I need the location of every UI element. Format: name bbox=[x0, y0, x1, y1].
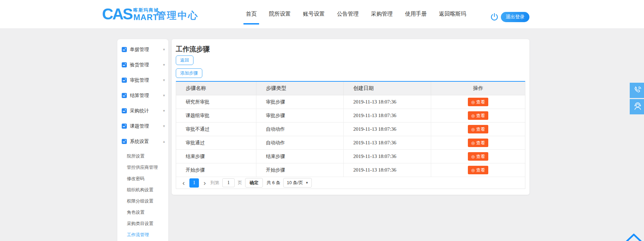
sidebar-subitem-change-password[interactable]: 修改密码 bbox=[127, 173, 168, 184]
chevron-left-icon[interactable]: ‹ bbox=[181, 178, 186, 187]
cell-step-name: 研究所审批 bbox=[176, 95, 256, 109]
contact-float-panel bbox=[630, 83, 644, 114]
add-step-button[interactable]: 添加步骤 bbox=[176, 68, 202, 78]
eye-icon: ◎ bbox=[471, 155, 475, 159]
logout-button[interactable]: 退出登录 bbox=[501, 12, 529, 22]
chevron-right-icon[interactable]: › bbox=[202, 178, 207, 187]
view-button[interactable]: ◎ 查看 bbox=[468, 139, 488, 147]
sidebar-item-approval[interactable]: 审批管理 ▾ bbox=[117, 73, 168, 88]
sidebar-subitem-permission-groups[interactable]: 权限分组设置 bbox=[127, 195, 168, 207]
page-unit-label: 页 bbox=[238, 180, 242, 186]
logo-text-column: 喀斯玛商城 MART bbox=[133, 7, 159, 22]
view-button-label: 查看 bbox=[476, 99, 485, 105]
view-button[interactable]: ◎ 查看 bbox=[468, 125, 488, 133]
cell-created-date: 2019-11-13 18:07:36 bbox=[344, 123, 431, 136]
sidebar-item-label: 课题管理 bbox=[130, 123, 163, 129]
page-number-button[interactable]: 1 bbox=[189, 178, 199, 188]
view-button[interactable]: ◎ 查看 bbox=[468, 152, 488, 161]
eye-icon: ◎ bbox=[471, 127, 475, 131]
view-button[interactable]: ◎ 查看 bbox=[468, 98, 488, 106]
table-row: 审批通过 自动动作 2019-11-13 18:07:36 ◎ 查看 bbox=[176, 136, 525, 150]
portal-title: 管理中心 bbox=[156, 9, 199, 22]
goto-page-label: 到第 bbox=[210, 180, 219, 186]
sidebar-item-orders[interactable]: 单据管理 ▾ bbox=[117, 42, 168, 57]
workflow-steps-table: 步骤名称 步骤类型 创建日期 操作 研究所审批 审批步骤 2019-11-13 … bbox=[176, 81, 525, 189]
page-title: 工作流步骤 bbox=[176, 44, 525, 54]
back-to-top-icon bbox=[625, 238, 643, 241]
sidebar-item-label: 单据管理 bbox=[130, 47, 163, 53]
sidebar-item-settlement[interactable]: 结算管理 ▾ bbox=[117, 88, 168, 103]
sidebar-subitem-workflow[interactable]: 工作流管理 bbox=[127, 229, 168, 240]
phone-contact-button[interactable] bbox=[630, 83, 644, 98]
cell-actions: ◎ 查看 bbox=[431, 95, 525, 109]
back-button[interactable]: 返回 bbox=[176, 55, 193, 65]
page-size-value: 10 条/页 bbox=[287, 180, 303, 186]
view-button[interactable]: ◎ 查看 bbox=[468, 166, 488, 174]
nav-item-announcements[interactable]: 公告管理 bbox=[337, 0, 359, 28]
cell-actions: ◎ 查看 bbox=[431, 150, 525, 163]
sidebar-item-projects[interactable]: 课题管理 ▾ bbox=[117, 118, 168, 134]
cell-created-date: 2019-11-13 18:07:36 bbox=[344, 163, 431, 177]
nav-item-institute-settings[interactable]: 院所设置 bbox=[269, 0, 291, 28]
logo-mart-text: MART bbox=[133, 13, 159, 22]
cell-step-type: 审批步骤 bbox=[256, 109, 344, 122]
nav-item-procurement[interactable]: 采购管理 bbox=[371, 0, 393, 28]
table-row: 开始步骤 开始步骤 2019-11-13 18:07:36 ◎ 查看 bbox=[176, 163, 525, 177]
sidebar-system-submenu: 院所设置 管控供应商管理 修改密码 组织机构设置 权限分组设置 角色设置 采购类… bbox=[117, 149, 168, 240]
doc-icon bbox=[122, 62, 127, 67]
cell-created-date: 2019-11-13 18:07:36 bbox=[344, 150, 431, 163]
chevron-down-icon: ▾ bbox=[163, 78, 165, 82]
logo[interactable]: CAS 喀斯玛商城 MART bbox=[102, 6, 159, 22]
confirm-button[interactable]: 确定 bbox=[245, 178, 263, 188]
sidebar-item-purchase-stats[interactable]: 采购统计 ▾ bbox=[117, 103, 168, 118]
table-row: 审批不通过 自动动作 2019-11-13 18:07:36 ◎ 查看 bbox=[176, 123, 525, 136]
chevron-down-icon: ▾ bbox=[163, 47, 165, 52]
cell-step-type: 结束步骤 bbox=[256, 150, 344, 163]
cell-step-type: 开始步骤 bbox=[256, 163, 344, 177]
phone-icon bbox=[633, 85, 642, 96]
nav-item-back-to-casmart[interactable]: 返回喀斯玛 bbox=[439, 0, 466, 28]
sidebar-subitem-purchase-categories[interactable]: 采购类目设置 bbox=[127, 218, 168, 229]
nav-item-account-settings[interactable]: 账号设置 bbox=[303, 0, 325, 28]
nav-item-home[interactable]: 首页 bbox=[246, 0, 257, 28]
table-row: 研究所审批 审批步骤 2019-11-13 18:07:36 ◎ 查看 bbox=[176, 95, 525, 109]
pagination: ‹ 1 › 到第 页 确定 共 6 条 10 条/页 ▼ bbox=[176, 177, 525, 189]
view-button-label: 查看 bbox=[476, 140, 485, 146]
cell-step-type: 审批步骤 bbox=[256, 95, 344, 109]
eye-icon: ◎ bbox=[471, 100, 475, 104]
customer-service-button[interactable] bbox=[630, 99, 644, 114]
view-button-label: 查看 bbox=[476, 154, 485, 160]
cell-step-name: 课题组审批 bbox=[176, 109, 256, 122]
main-nav: 首页 院所设置 账号设置 公告管理 采购管理 使用手册 返回喀斯玛 bbox=[246, 0, 466, 28]
sidebar-item-inspection[interactable]: 验货管理 ▾ bbox=[117, 57, 168, 73]
chevron-down-icon: ▾ bbox=[163, 63, 165, 67]
cell-step-name: 结束步骤 bbox=[176, 150, 256, 163]
view-button[interactable]: ◎ 查看 bbox=[468, 111, 488, 120]
sidebar-subitem-roles[interactable]: 角色设置 bbox=[127, 207, 168, 218]
power-icon[interactable] bbox=[490, 13, 499, 21]
sidebar-subitem-supplier-control[interactable]: 管控供应商管理 bbox=[127, 162, 168, 173]
page-size-select[interactable]: 10 条/页 ▼ bbox=[283, 178, 312, 188]
eye-icon: ◎ bbox=[471, 168, 475, 172]
back-to-top-button[interactable] bbox=[625, 232, 643, 241]
eye-icon: ◎ bbox=[471, 141, 475, 145]
nav-item-manual[interactable]: 使用手册 bbox=[405, 0, 427, 28]
table-header-row: 步骤名称 步骤类型 创建日期 操作 bbox=[176, 82, 525, 95]
sidebar-subitem-organization[interactable]: 组织机构设置 bbox=[127, 184, 168, 195]
table-row: 结束步骤 结束步骤 2019-11-13 18:07:36 ◎ 查看 bbox=[176, 150, 525, 163]
doc-icon bbox=[122, 108, 127, 113]
doc-icon bbox=[122, 78, 127, 83]
sidebar-item-label: 系统设置 bbox=[130, 139, 163, 145]
goto-page-input[interactable] bbox=[222, 178, 235, 187]
sidebar-item-system-settings[interactable]: 系统设置 ▴ bbox=[117, 134, 168, 149]
sidebar-subitem-institute-settings[interactable]: 院所设置 bbox=[127, 150, 168, 162]
doc-icon bbox=[122, 124, 127, 129]
eye-icon: ◎ bbox=[471, 114, 475, 118]
chevron-up-icon: ▴ bbox=[163, 139, 165, 144]
cell-step-type: 自动动作 bbox=[256, 136, 344, 149]
cell-actions: ◎ 查看 bbox=[431, 136, 525, 149]
sidebar-item-label: 采购统计 bbox=[130, 108, 163, 114]
top-header: CAS 喀斯玛商城 MART 管理中心 首页 院所设置 账号设置 公告管理 采购… bbox=[0, 0, 644, 28]
cell-created-date: 2019-11-13 18:07:36 bbox=[344, 136, 431, 149]
sidebar-item-label: 审批管理 bbox=[130, 77, 163, 83]
